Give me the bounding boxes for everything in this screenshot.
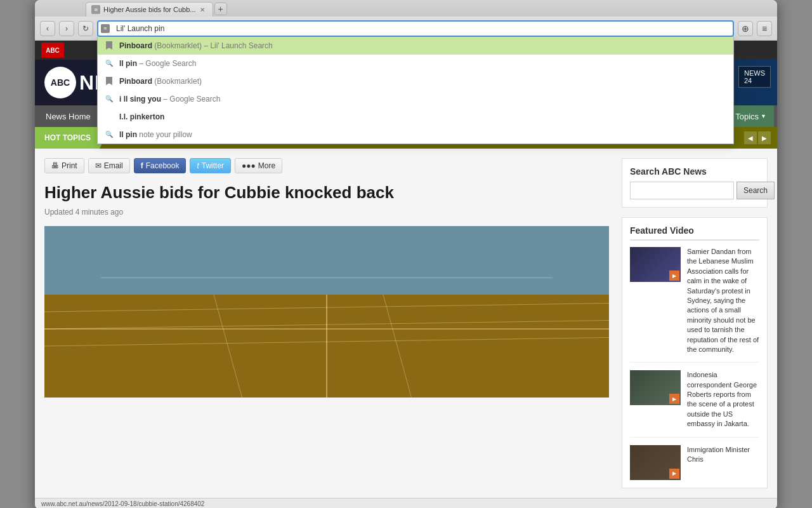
new-tab-button[interactable]: + [214, 3, 227, 15]
autocomplete-action-3: – Google Search [163, 95, 220, 104]
autocomplete-secondary-2: (Bookmarklet) [154, 77, 202, 86]
video-item-1: ▶ Indonesia correspondent George Roberts… [630, 370, 759, 437]
hot-topics-next-button[interactable]: ▶ [758, 131, 771, 144]
my-topics-dropdown-arrow: ▼ [761, 113, 766, 119]
hot-topics-label: HOT TOPICS [35, 127, 105, 149]
featured-video-section: Featured Video ▶ Samier Dandan from the … [622, 217, 768, 488]
browser-statusbar: www.abc.net.au/news/2012-09-18/cubbie-st… [35, 498, 777, 508]
tools-button[interactable]: ≡ [757, 21, 772, 36]
search-widget-title: Search ABC News [630, 166, 759, 177]
sidebar: Search ABC News Search Featured Video ▶ [622, 158, 768, 488]
autocomplete-main-4: l.l. pinkerton [119, 112, 164, 121]
video-desc-1: Indonesia correspondent George Roberts r… [687, 370, 759, 429]
autocomplete-item-1[interactable]: 🔍 ll pin – Google Search [98, 55, 733, 72]
video-play-badge-1: ▶ [669, 394, 679, 404]
autocomplete-item-2[interactable]: Pinboard (Bookmarklet) [98, 72, 733, 90]
browser-window: ≋ Higher Aussie bids for Cubb... ✕ + ‹ ›… [35, 0, 777, 508]
print-button[interactable]: 🖶 Print [44, 158, 84, 173]
hot-topics-prev-button[interactable]: ◀ [744, 131, 757, 144]
abc-news24-text: NEWS24 [744, 69, 765, 84]
back-button[interactable]: ‹ [40, 21, 55, 36]
video-thumb-2[interactable]: ▶ [630, 445, 681, 480]
video-item-0: ▶ Samier Dandan from the Lebanese Muslim… [630, 247, 759, 363]
tab-bar: ≋ Higher Aussie bids for Cubb... ✕ + [35, 0, 777, 17]
twitter-label: Twitter [202, 161, 224, 170]
autocomplete-item-5[interactable]: 🔍 ll pin note your pillow [98, 126, 733, 144]
social-buttons: 🖶 Print ✉ Email f Facebook t [44, 158, 609, 173]
more-share-label: More [258, 161, 275, 170]
address-bar-wrapper: ≋ Pinboard (Bookmarklet) – Lil' Launch S… [97, 20, 734, 37]
address-input[interactable] [97, 20, 734, 37]
more-share-icon: ●●● [242, 161, 256, 170]
autocomplete-item-3[interactable]: 🔍 i ll sing you – Google Search [98, 90, 733, 108]
article-image [44, 226, 609, 398]
print-icon: 🖶 [51, 161, 59, 170]
autocomplete-text-3: i ll sing you – Google Search [119, 95, 727, 104]
autocomplete-text-0: Pinboard (Bookmarklet) – Lil' Launch Sea… [119, 41, 727, 50]
hot-topics-navigation: ◀ ▶ [744, 131, 771, 144]
email-icon: ✉ [95, 161, 102, 170]
tab-label: Higher Aussie bids for Cubb... [103, 6, 196, 13]
search-icon-1: 🔍 [104, 58, 114, 69]
video-item-2: ▶ Immigration Minister Chris [630, 445, 759, 480]
search-news-input[interactable] [630, 182, 734, 199]
autocomplete-text-4: l.l. pinkerton [119, 112, 727, 121]
autocomplete-dropdown: Pinboard (Bookmarklet) – Lil' Launch Sea… [97, 37, 734, 144]
refresh-button[interactable]: ↻ [78, 21, 93, 36]
main-content: 🖶 Print ✉ Email f Facebook t [35, 149, 777, 498]
autocomplete-item-4[interactable]: l.l. pinkerton [98, 108, 733, 126]
search-icon-3: 🔍 [104, 94, 114, 104]
email-button[interactable]: ✉ Email [88, 158, 130, 173]
autocomplete-action-1: – Google Search [139, 59, 196, 68]
more-share-button[interactable]: ●●● More [235, 158, 282, 173]
search-icon-5: 🔍 [104, 130, 114, 140]
article-area: 🖶 Print ✉ Email f Facebook t [44, 158, 609, 488]
address-favicon: ≋ [101, 24, 110, 33]
autocomplete-main-2: Pinboard [119, 77, 152, 86]
autocomplete-main-5: ll pin [119, 130, 137, 139]
autocomplete-text-5: ll pin note your pillow [119, 130, 727, 139]
tab-favicon: ≋ [91, 5, 100, 14]
search-news-button[interactable]: Search [737, 182, 775, 199]
autocomplete-main-3: i ll sing you [119, 95, 161, 104]
autocomplete-icon-4 [104, 112, 114, 122]
autocomplete-action-5: note your pillow [139, 130, 192, 139]
search-input-row: Search [630, 182, 759, 199]
twitter-icon: t [197, 161, 199, 170]
bookmark-icon-2 [104, 76, 114, 86]
status-url: www.abc.net.au/news/2012-09-18/cubbie-st… [41, 500, 204, 507]
video-thumb-0[interactable]: ▶ [630, 247, 681, 282]
facebook-label: Facebook [146, 161, 180, 170]
tab-close-button[interactable]: ✕ [200, 6, 205, 13]
article-title: Higher Aussie bids for Cubbie knocked ba… [44, 183, 609, 203]
autocomplete-text-1: ll pin – Google Search [119, 59, 727, 68]
autocomplete-item-0[interactable]: Pinboard (Bookmarklet) – Lil' Launch Sea… [98, 37, 733, 55]
video-play-badge-2: ▶ [669, 469, 679, 479]
video-thumb-1[interactable]: ▶ [630, 370, 681, 405]
autocomplete-secondary-0: (Bookmarklet) – Lil' Launch Search [154, 41, 272, 50]
bookmark-icon-0 [104, 41, 114, 51]
abc-logo-small: ABC [41, 43, 64, 58]
featured-video-title: Featured Video [630, 225, 759, 241]
svg-rect-0 [44, 226, 609, 295]
autocomplete-text-2: Pinboard (Bookmarklet) [119, 77, 727, 86]
browser-toolbar: ‹ › ↻ ≋ Pinboard (Bookmarklet) – Lil' La… [35, 17, 777, 41]
bookmark-star-button[interactable]: ⊕ [738, 21, 753, 36]
search-widget: Search ABC News Search [622, 158, 768, 208]
video-desc-2: Immigration Minister Chris [687, 445, 759, 480]
article-updated: Updated 4 minutes ago [44, 208, 609, 217]
forward-button[interactable]: › [59, 21, 74, 36]
twitter-button[interactable]: t Twitter [190, 158, 231, 173]
video-desc-0: Samier Dandan from the Lebanese Muslim A… [687, 247, 759, 354]
abc-news24-badge: NEWS24 [738, 66, 771, 88]
facebook-button[interactable]: f Facebook [134, 158, 187, 173]
facebook-icon: f [141, 161, 143, 170]
nav-news-home[interactable]: News Home [38, 105, 98, 127]
print-label: Print [62, 161, 77, 170]
video-play-badge-0: ▶ [669, 271, 679, 281]
autocomplete-main-1: ll pin [119, 59, 137, 68]
abc-main-logo-circle: ABC [44, 67, 76, 98]
autocomplete-main-0: Pinboard [119, 41, 152, 50]
browser-tab[interactable]: ≋ Higher Aussie bids for Cubb... ✕ [86, 2, 213, 17]
email-label: Email [104, 161, 123, 170]
